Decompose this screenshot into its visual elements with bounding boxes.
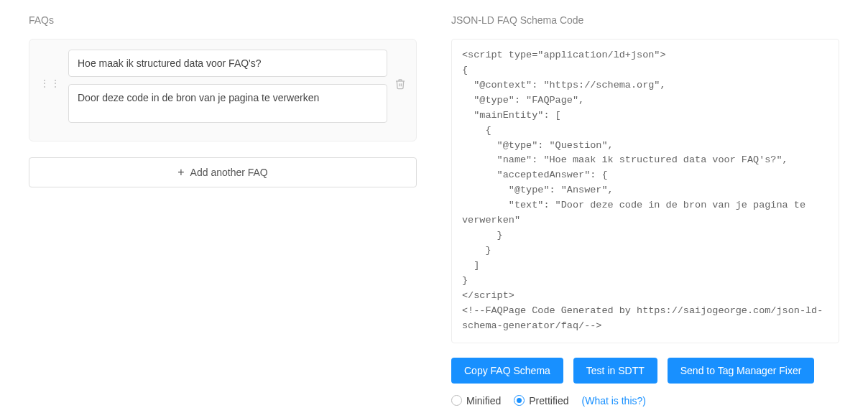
trash-icon xyxy=(394,78,406,90)
prettified-radio[interactable]: Prettified xyxy=(514,395,568,407)
prettified-label: Prettified xyxy=(529,395,568,407)
radio-icon xyxy=(451,395,462,406)
faq-answer-input[interactable] xyxy=(68,84,387,123)
plus-icon: + xyxy=(177,167,184,178)
minified-radio[interactable]: Minified xyxy=(451,395,501,407)
delete-faq-button[interactable] xyxy=(394,50,406,92)
drag-handle-icon[interactable]: ⋮⋮ xyxy=(40,50,61,88)
what-is-this-link[interactable]: (What is this?) xyxy=(582,395,646,407)
radio-icon xyxy=(514,395,525,406)
minified-label: Minified xyxy=(466,395,501,407)
faqs-heading: FAQs xyxy=(29,14,417,26)
faq-question-input[interactable] xyxy=(68,50,387,77)
send-tag-manager-button[interactable]: Send to Tag Manager Fixer xyxy=(668,358,815,384)
schema-code-output: <script type="application/ld+json"> { "@… xyxy=(451,39,839,343)
test-sdtt-button[interactable]: Test in SDTT xyxy=(573,358,657,384)
faq-item: ⋮⋮ xyxy=(29,39,417,141)
schema-code-heading: JSON-LD FAQ Schema Code xyxy=(451,14,839,26)
add-faq-label: Add another FAQ xyxy=(190,167,268,178)
copy-schema-button[interactable]: Copy FAQ Schema xyxy=(451,358,563,384)
add-faq-button[interactable]: + Add another FAQ xyxy=(29,157,417,187)
